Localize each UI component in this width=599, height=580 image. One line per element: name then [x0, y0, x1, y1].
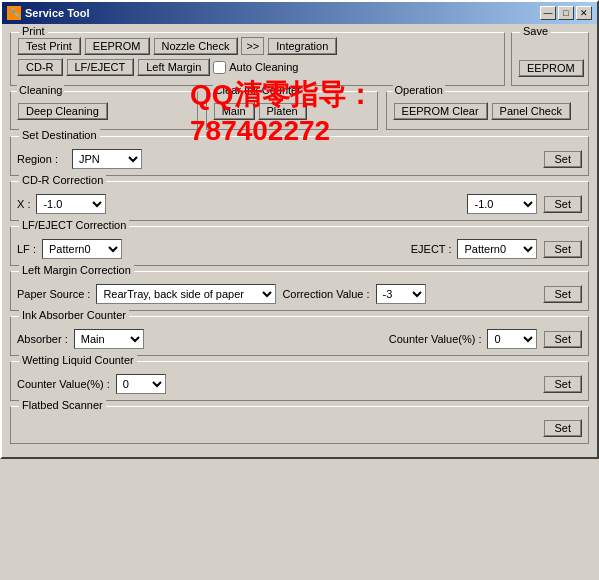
lf-eject-set-button[interactable]: Set — [543, 240, 582, 258]
wetting-counter-label: Counter Value(%) : — [17, 378, 110, 390]
integration-button[interactable]: Integration — [267, 37, 337, 55]
lf-select[interactable]: Pattern0 — [42, 239, 122, 259]
arrow-button[interactable]: >> — [241, 37, 264, 55]
app-icon: 🔧 — [7, 6, 21, 20]
eject-select[interactable]: Pattern0 — [457, 239, 537, 259]
left-margin-correction-label: Left Margin Correction — [19, 264, 134, 276]
title-bar: 🔧 Service Tool — □ ✕ — [2, 2, 597, 24]
content-area: QQ清零指导： 787402272 Print Test Print EEPRO… — [2, 24, 597, 457]
test-print-button[interactable]: Test Print — [17, 37, 81, 55]
region-select[interactable]: JPN — [72, 149, 142, 169]
operation-btn-row: EEPROM Clear Panel Check — [393, 102, 582, 120]
absorber-counter-label: Counter Value(%) : — [389, 333, 482, 345]
lf-eject-button[interactable]: LF/EJECT — [66, 58, 135, 76]
y-select[interactable]: -1.0 — [467, 194, 537, 214]
clear-ink-group: Clear Ink Counter Main Platen — [206, 91, 378, 130]
window-title: Service Tool — [25, 7, 90, 19]
main-window: 🔧 Service Tool — □ ✕ QQ清零指导： 787402272 P… — [0, 0, 599, 459]
x-label: X : — [17, 198, 30, 210]
flatbed-row: Set — [17, 419, 582, 437]
region-label: Region : — [17, 153, 72, 165]
lf-eject-correction-label: LF/EJECT Correction — [19, 219, 129, 231]
lf-eject-correction-group: LF/EJECT Correction LF : Pattern0 EJECT … — [10, 226, 589, 266]
margin-row: Paper Source : RearTray, back side of pa… — [17, 284, 582, 304]
nozzle-check-button[interactable]: Nozzle Check — [153, 37, 239, 55]
save-label: Save — [520, 25, 551, 37]
main-content: QQ清零指导： 787402272 Print Test Print EEPRO… — [10, 32, 589, 444]
print-save-container: Print Test Print EEPROM Nozzle Check >> … — [10, 32, 589, 86]
cleaning-group-label: Cleaning — [17, 84, 64, 96]
maximize-button[interactable]: □ — [558, 6, 574, 20]
platen-counter-button[interactable]: Platen — [258, 102, 307, 120]
set-destination-group: Set Destination Region : JPN Set — [10, 136, 589, 176]
save-eeprom-container: EEPROM — [518, 59, 582, 77]
absorber-select[interactable]: Main — [74, 329, 144, 349]
auto-cleaning-checkbox[interactable] — [213, 61, 226, 74]
title-buttons: — □ ✕ — [540, 6, 592, 20]
flatbed-scanner-label: Flatbed Scanner — [19, 399, 106, 411]
cd-r-button[interactable]: CD-R — [17, 58, 63, 76]
cd-r-row: X : -1.0 -1.0 Set — [17, 194, 582, 214]
eeprom-clear-button[interactable]: EEPROM Clear — [393, 102, 488, 120]
absorber-counter-select[interactable]: 0 — [487, 329, 537, 349]
print-row1: Test Print EEPROM Nozzle Check >> Integr… — [17, 37, 498, 55]
wetting-row: Counter Value(%) : 0 Set — [17, 374, 582, 394]
save-eeprom-button[interactable]: EEPROM — [518, 59, 584, 77]
close-button[interactable]: ✕ — [576, 6, 592, 20]
title-bar-left: 🔧 Service Tool — [7, 6, 90, 20]
paper-source-label: Paper Source : — [17, 288, 90, 300]
absorber-label: Absorber : — [17, 333, 68, 345]
save-group: Save EEPROM — [511, 32, 589, 86]
flatbed-scanner-group: Flatbed Scanner Set — [10, 406, 589, 444]
paper-source-select[interactable]: RearTray, back side of paper — [96, 284, 276, 304]
lf-label: LF : — [17, 243, 36, 255]
print-group: Print Test Print EEPROM Nozzle Check >> … — [10, 32, 505, 86]
absorber-set-button[interactable]: Set — [543, 330, 582, 348]
cleaning-counter-operation-row: Cleaning Deep Cleaning Clear Ink Counter… — [10, 91, 589, 130]
lf-eject-row: LF : Pattern0 EJECT : Pattern0 Set — [17, 239, 582, 259]
left-margin-correction-group: Left Margin Correction Paper Source : Re… — [10, 271, 589, 311]
print-row2: CD-R LF/EJECT Left Margin Auto Cleaning — [17, 58, 498, 76]
operation-label: Operation — [393, 84, 445, 96]
x-select[interactable]: -1.0 — [36, 194, 106, 214]
print-label: Print — [19, 25, 48, 37]
eject-label: EJECT : — [411, 243, 452, 255]
margin-set-button[interactable]: Set — [543, 285, 582, 303]
destination-set-button[interactable]: Set — [543, 150, 582, 168]
correction-value-select[interactable]: -3 — [376, 284, 426, 304]
auto-cleaning-label: Auto Cleaning — [229, 61, 298, 73]
left-margin-button[interactable]: Left Margin — [137, 58, 210, 76]
wetting-liquid-label: Wetting Liquid Counter — [19, 354, 137, 366]
cleaning-btn-container: Deep Cleaning — [17, 102, 191, 120]
operation-group: Operation EEPROM Clear Panel Check — [386, 91, 589, 130]
clear-ink-btn-row: Main Platen — [213, 102, 371, 120]
set-destination-label: Set Destination — [19, 129, 100, 141]
cd-r-correction-label: CD-R Correction — [19, 174, 106, 186]
destination-row: Region : JPN Set — [17, 149, 582, 169]
deep-cleaning-button[interactable]: Deep Cleaning — [17, 102, 108, 120]
cd-r-set-button[interactable]: Set — [543, 195, 582, 213]
cleaning-group: Cleaning Deep Cleaning — [10, 91, 198, 130]
flatbed-set-button[interactable]: Set — [543, 419, 582, 437]
main-counter-button[interactable]: Main — [213, 102, 255, 120]
wetting-counter-select[interactable]: 0 — [116, 374, 166, 394]
eeprom-print-button[interactable]: EEPROM — [84, 37, 150, 55]
ink-absorber-label: Ink Absorber Counter — [19, 309, 129, 321]
clear-ink-label: Clear Ink Counter — [213, 84, 303, 96]
ink-absorber-group: Ink Absorber Counter Absorber : Main Cou… — [10, 316, 589, 356]
absorber-row: Absorber : Main Counter Value(%) : 0 Set — [17, 329, 582, 349]
correction-value-label: Correction Value : — [282, 288, 369, 300]
auto-cleaning-checkbox-label: Auto Cleaning — [213, 61, 298, 74]
minimize-button[interactable]: — — [540, 6, 556, 20]
wetting-liquid-group: Wetting Liquid Counter Counter Value(%) … — [10, 361, 589, 401]
wetting-set-button[interactable]: Set — [543, 375, 582, 393]
cd-r-correction-group: CD-R Correction X : -1.0 -1.0 Set — [10, 181, 589, 221]
panel-check-button[interactable]: Panel Check — [491, 102, 571, 120]
